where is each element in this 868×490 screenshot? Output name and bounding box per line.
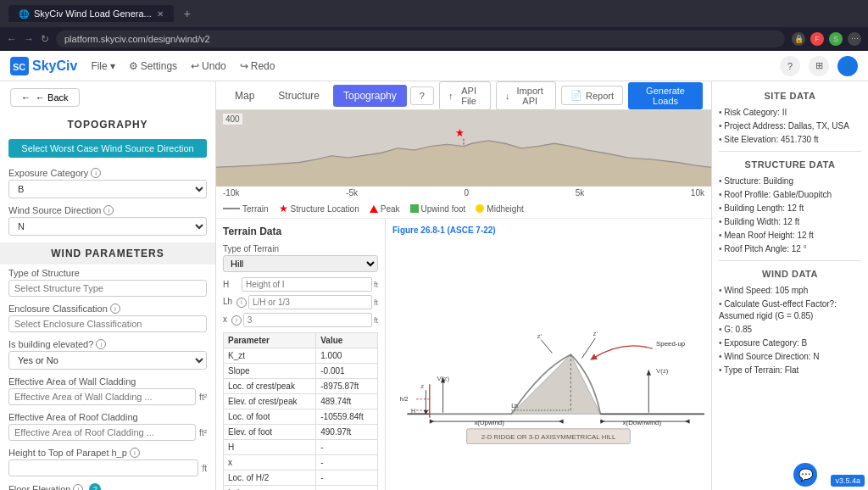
- svg-text:z: z: [420, 381, 424, 389]
- parapet-info-icon[interactable]: i: [130, 448, 140, 458]
- elevated-select[interactable]: Yes or No: [8, 351, 207, 370]
- terrain-chart: ★: [216, 110, 711, 187]
- avatar-button[interactable]: 👤: [837, 56, 858, 76]
- menu-settings[interactable]: ⚙ Settings: [129, 60, 177, 72]
- wall-cladding-input[interactable]: [8, 388, 196, 405]
- api-file-btn[interactable]: ↑ API File: [439, 81, 491, 110]
- wind-data-title: WIND DATA: [719, 266, 861, 281]
- table-row: Elev. of foot490.97ft: [224, 425, 378, 440]
- terrain-legend-label: Terrain: [242, 204, 269, 214]
- report-btn[interactable]: 📄 Report: [561, 86, 623, 105]
- midheight-legend-circle: [476, 204, 484, 213]
- roof-cladding-input-row: ft²: [8, 424, 207, 441]
- wind-source-info-icon[interactable]: i: [103, 205, 114, 215]
- apps-button[interactable]: ⊞: [809, 56, 829, 76]
- extension-icon-3[interactable]: S: [829, 32, 843, 46]
- structure-data-title: STRUCTURE DATA: [719, 157, 861, 172]
- roof-cladding-input[interactable]: [8, 424, 196, 441]
- svg-text:★: ★: [455, 127, 465, 140]
- select-wind-btn[interactable]: Select Worst Case Wind Source Direction: [8, 139, 207, 158]
- lh-unit: ft: [374, 298, 378, 307]
- terrain-type-select[interactable]: Hill: [223, 255, 378, 272]
- param-cell: Elev. of crest/peak: [224, 394, 316, 409]
- table-row: Loc. of H/2-: [224, 471, 378, 486]
- svg-line-37: [541, 339, 552, 353]
- tab-close-icon[interactable]: ✕: [157, 9, 164, 19]
- x-info-icon[interactable]: i: [231, 315, 242, 326]
- x-input[interactable]: [243, 313, 372, 327]
- lh-input-row: Lh i ft: [223, 295, 378, 309]
- param-cell: Loc. of foot: [224, 409, 316, 425]
- value-cell: -: [316, 486, 378, 491]
- tab-title: SkyCiv Wind Load Genera...: [34, 8, 152, 19]
- terrain-param-table: Parameter Value K_zt1.000Slope-0.001Loc.…: [223, 332, 378, 490]
- extension-icon-2[interactable]: F: [810, 32, 824, 46]
- header-menu: File ▾ ⚙ Settings ↩ Undo ↪ Redo: [91, 60, 275, 72]
- wind-source-select[interactable]: N: [8, 217, 207, 236]
- struct-type: Structure: Building: [719, 175, 861, 187]
- version-badge: v3.5.4a: [831, 475, 865, 487]
- nav-back-button[interactable]: ←: [7, 33, 17, 45]
- param-cell: K_zt: [224, 348, 316, 364]
- param-cell: H: [224, 440, 316, 455]
- svg-text:2-D RIDGE OR 3-D AXISYMMETRICA: 2-D RIDGE OR 3-D AXISYMMETRICAL HILL: [481, 433, 616, 441]
- structure-type-input[interactable]: [8, 280, 207, 297]
- elevation-label: 400: [223, 114, 242, 125]
- tab-topography[interactable]: Topography: [333, 85, 407, 107]
- lh-info-icon[interactable]: i: [236, 298, 247, 308]
- menu-undo[interactable]: ↩ Undo: [191, 60, 226, 72]
- struct-roof: Roof Profile: Gable/Duopitch: [719, 189, 861, 201]
- menu-file[interactable]: File ▾: [91, 60, 114, 72]
- exposure-select[interactable]: B: [8, 180, 207, 198]
- param-cell: x: [224, 455, 316, 471]
- roof-cladding-unit: ft²: [199, 428, 207, 437]
- url-bar-row: ← → ↻ 🔒 F S ⋯: [0, 27, 868, 51]
- value-cell: 489.74ft: [316, 394, 378, 409]
- nav-forward-button[interactable]: →: [24, 33, 34, 45]
- help-button[interactable]: ?: [780, 56, 800, 76]
- exposure-label: Exposure Category i: [8, 168, 207, 178]
- exposure-info-icon[interactable]: i: [91, 168, 101, 178]
- help-tab-btn[interactable]: ?: [410, 86, 434, 105]
- import-api-btn[interactable]: ↓ Import API: [496, 81, 556, 110]
- x-label-0: -10k: [223, 188, 239, 198]
- param-col-header: Parameter: [224, 333, 316, 348]
- chat-button[interactable]: 💬: [793, 463, 817, 487]
- skyciv-logo-icon: SC: [10, 57, 29, 75]
- back-button[interactable]: ← ← Back: [10, 88, 80, 107]
- parapet-unit: ft: [202, 464, 207, 473]
- header-right: ? ⊞ 👤: [780, 56, 858, 76]
- tab-structure[interactable]: Structure: [268, 85, 330, 107]
- browser-extension-icons: 🔒 F S ⋯: [792, 32, 861, 46]
- value-cell: 490.97ft: [316, 425, 378, 440]
- app-header: SC SkyCiv File ▾ ⚙ Settings ↩ Undo ↪ Red…: [0, 51, 868, 81]
- table-row: Elev. of crest/peak489.74ft: [224, 394, 378, 409]
- extension-icon-1[interactable]: 🔒: [792, 32, 805, 46]
- extension-icon-4[interactable]: ⋯: [848, 32, 861, 46]
- browser-tab-active[interactable]: 🌐 SkyCiv Wind Load Genera... ✕: [8, 5, 174, 22]
- upwind-legend-label: Upwind foot: [421, 204, 466, 214]
- x-label-2: 0: [465, 188, 470, 198]
- table-row: K_zt1.000: [224, 348, 378, 364]
- svg-text:z': z': [537, 331, 542, 339]
- enclosure-info-icon[interactable]: i: [110, 303, 120, 314]
- tab-map[interactable]: Map: [225, 85, 264, 107]
- menu-redo[interactable]: ↪ Redo: [240, 60, 275, 72]
- parapet-input[interactable]: [8, 459, 198, 476]
- generate-loads-btn[interactable]: Generate Loads: [628, 82, 703, 109]
- right-sidebar: SITE DATA Risk Category: II Project Addr…: [711, 81, 868, 490]
- enclosure-input[interactable]: [8, 315, 207, 332]
- svg-text:Speed-up: Speed-up: [656, 339, 686, 347]
- svg-marker-23: [600, 419, 604, 423]
- svg-text:SC: SC: [13, 62, 25, 72]
- nav-reload-button[interactable]: ↻: [41, 33, 49, 45]
- h-input[interactable]: [242, 277, 372, 292]
- new-tab-button[interactable]: +: [184, 7, 191, 20]
- url-input[interactable]: [56, 31, 785, 47]
- elevated-info-icon[interactable]: i: [96, 339, 106, 349]
- lh-input[interactable]: [248, 295, 372, 309]
- floor-elevation-action-icon[interactable]: ?: [89, 483, 101, 490]
- floor-elevation-info-icon[interactable]: i: [73, 484, 83, 490]
- struct-pitch: Roof Pitch Angle: 12 °: [719, 243, 861, 255]
- structure-legend-star: ★: [279, 203, 288, 214]
